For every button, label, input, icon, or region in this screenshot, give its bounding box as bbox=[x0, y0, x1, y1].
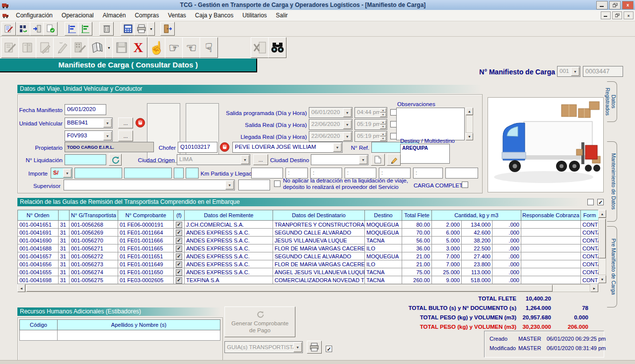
tab-datos-registrados[interactable]: Datos Registrados bbox=[607, 81, 617, 122]
row-checkbox[interactable]: ✓ bbox=[176, 245, 182, 252]
guia-transportista-select[interactable]: GUIA(s) TRANSPORTISTA▼ bbox=[224, 341, 303, 353]
import-button[interactable] bbox=[30, 22, 44, 36]
km-field-1[interactable] bbox=[251, 168, 283, 179]
col-tipo[interactable] bbox=[59, 210, 70, 221]
scroll-down-icon[interactable]: ▼ bbox=[466, 133, 473, 140]
scroll-right-icon[interactable]: ► bbox=[590, 284, 598, 292]
mdi-restore-button[interactable] bbox=[612, 11, 622, 19]
importe-field-3[interactable] bbox=[174, 168, 184, 179]
time-spinner[interactable]: ▲▼ bbox=[380, 120, 386, 129]
col-codigo[interactable]: Código bbox=[20, 320, 58, 330]
salida-programada-fecha[interactable]: 06/01/2020▼ bbox=[309, 107, 353, 118]
print-button[interactable] bbox=[134, 22, 148, 36]
col-cobranza[interactable]: Responsable Cobranza bbox=[521, 210, 581, 221]
restore-button[interactable] bbox=[609, 1, 621, 9]
chevron-down-icon[interactable]: ▼ bbox=[63, 169, 71, 178]
catalog-dropdown-arrow[interactable]: ▼ bbox=[105, 37, 113, 58]
liquidacion-refresh-button[interactable] bbox=[109, 154, 122, 166]
col-guia[interactable]: N° G/Transportista bbox=[70, 210, 118, 221]
chevron-down-icon[interactable]: ▼ bbox=[571, 67, 579, 76]
scroll-left-icon[interactable]: ◄ bbox=[17, 284, 25, 292]
supervisor-select[interactable]: ▼ bbox=[64, 180, 235, 190]
chofer-codigo-field[interactable]: Q10103217 bbox=[178, 142, 217, 153]
importe-field-2[interactable] bbox=[124, 168, 172, 179]
prev-record-button[interactable]: ☜ bbox=[182, 37, 201, 58]
exit-button[interactable] bbox=[160, 22, 175, 36]
importe-field-1[interactable] bbox=[74, 168, 122, 179]
row-checkbox[interactable]: ✓ bbox=[176, 269, 182, 276]
chevron-down-icon[interactable]: ▼ bbox=[225, 181, 234, 189]
menu-salir[interactable]: Salir bbox=[272, 10, 292, 20]
placa1-select[interactable]: BBE941▼ bbox=[65, 118, 113, 128]
row-checkbox[interactable]: ✓ bbox=[176, 230, 182, 236]
mdi-minimize-button[interactable] bbox=[601, 11, 611, 19]
col-flete[interactable]: Total Flete bbox=[402, 210, 432, 221]
print-guia-button[interactable] bbox=[307, 341, 322, 354]
placa2-browse-button[interactable]: ... bbox=[118, 130, 133, 141]
row-checkbox[interactable]: ✓ bbox=[176, 277, 182, 284]
log-button[interactable] bbox=[1, 22, 16, 36]
col-comprobante[interactable]: N° Comprobante bbox=[118, 210, 174, 221]
scroll-down-icon[interactable]: ▼ bbox=[598, 275, 606, 283]
destino-add-button[interactable] bbox=[371, 154, 385, 166]
building-transfer-button[interactable] bbox=[16, 22, 30, 36]
hscroll-thumb[interactable] bbox=[26, 285, 553, 292]
table-row[interactable]: 001-0041691 31 001-0056269 01 FE01-00116… bbox=[18, 229, 599, 237]
placa1-browse-button[interactable]: ... bbox=[118, 118, 133, 128]
menu-utilitarios[interactable]: Utilitarios bbox=[238, 10, 271, 20]
time-spinner[interactable]: ▲▼ bbox=[380, 108, 386, 117]
km-field-3[interactable]: : bbox=[310, 168, 342, 179]
close-button[interactable]: x bbox=[622, 1, 634, 9]
menu-caja-bancos[interactable]: Caja y Bancos bbox=[191, 10, 238, 20]
calculator-button[interactable] bbox=[121, 22, 135, 36]
chevron-down-icon[interactable]: ▼ bbox=[343, 132, 352, 141]
col-cantidad-kg-m3[interactable]: Cantidad, kg y m3 bbox=[432, 210, 521, 221]
chevron-down-icon[interactable]: ▼ bbox=[293, 342, 302, 352]
table-row[interactable]: 001-0041688 31 001-0056271 01 FE01-00116… bbox=[18, 244, 599, 252]
table-row[interactable]: 001-0041690 31 001-0056270 01 FE01-00116… bbox=[18, 237, 599, 244]
menu-almacen[interactable]: Almacén bbox=[98, 10, 131, 20]
supervisor-extra-field[interactable] bbox=[238, 180, 270, 190]
row-checkbox[interactable]: ✓ bbox=[176, 238, 182, 244]
liquidacion-field[interactable] bbox=[65, 154, 106, 165]
chevron-down-icon[interactable]: ▼ bbox=[241, 155, 249, 164]
chevron-down-icon[interactable]: ▼ bbox=[343, 120, 352, 129]
col-remitente[interactable]: Datos del Remitente bbox=[185, 210, 273, 221]
row-checkbox[interactable]: ✓ bbox=[176, 261, 182, 268]
menu-operacional[interactable]: Operacional bbox=[57, 10, 98, 20]
chevron-down-icon[interactable]: ▼ bbox=[359, 155, 367, 164]
chevron-down-icon[interactable]: ▼ bbox=[103, 119, 112, 127]
carga-completa-checkbox[interactable] bbox=[462, 182, 468, 188]
ciudad-destino-select[interactable]: ▼ bbox=[311, 154, 368, 165]
table-row[interactable]: 001-0041698 31 001-0056275 01 FE03-00026… bbox=[18, 276, 599, 284]
time-spinner[interactable]: ▲▼ bbox=[380, 132, 386, 141]
chart-green-button[interactable] bbox=[78, 22, 92, 36]
tab-pre-manifiesto-de-carga[interactable]: Pre Manifiesto de Carga bbox=[607, 226, 617, 307]
chevron-down-icon[interactable]: ▼ bbox=[343, 108, 352, 117]
observaciones-textarea[interactable] bbox=[396, 108, 465, 140]
row-checkbox[interactable]: ✓ bbox=[176, 222, 182, 228]
km-field-5[interactable]: : bbox=[379, 168, 411, 179]
col-destino[interactable]: Destino bbox=[365, 210, 402, 221]
placa2-select[interactable]: F0V993▼ bbox=[65, 130, 113, 141]
col-destinatario[interactable]: Datos del Destinatario bbox=[273, 210, 365, 221]
fecha-manifiesto-field[interactable]: 06/01/2020 bbox=[65, 104, 106, 115]
estibadores-empty-row[interactable] bbox=[20, 330, 220, 341]
destino-edit-button[interactable] bbox=[387, 154, 401, 166]
catalog-books-button[interactable] bbox=[88, 37, 106, 58]
chevron-down-icon[interactable]: ▼ bbox=[103, 131, 112, 140]
vscroll-thumb[interactable] bbox=[599, 219, 606, 258]
moneda-select[interactable]: S/▼ bbox=[51, 168, 72, 179]
next-record-button[interactable]: ☞ bbox=[165, 37, 183, 58]
km-field-7[interactable] bbox=[445, 168, 478, 179]
km-field-4[interactable]: : bbox=[345, 168, 376, 179]
detraccion-checkbox[interactable] bbox=[274, 181, 281, 187]
menu-compras[interactable]: Compras bbox=[130, 10, 163, 20]
table-row[interactable]: 001-0041656 31 001-0056273 01 FE01-00116… bbox=[18, 260, 599, 268]
minimize-button[interactable] bbox=[596, 1, 608, 9]
table-row[interactable]: 001-0041651 31 001-0056268 01 FE06-00001… bbox=[18, 221, 599, 229]
cancel-button[interactable]: X bbox=[129, 37, 147, 58]
menu-configuracion[interactable]: Configuración bbox=[11, 10, 57, 20]
salida-programada-hora[interactable]: 04:44 pm▲▼ bbox=[354, 107, 387, 118]
col-forma[interactable]: Form bbox=[581, 210, 599, 221]
